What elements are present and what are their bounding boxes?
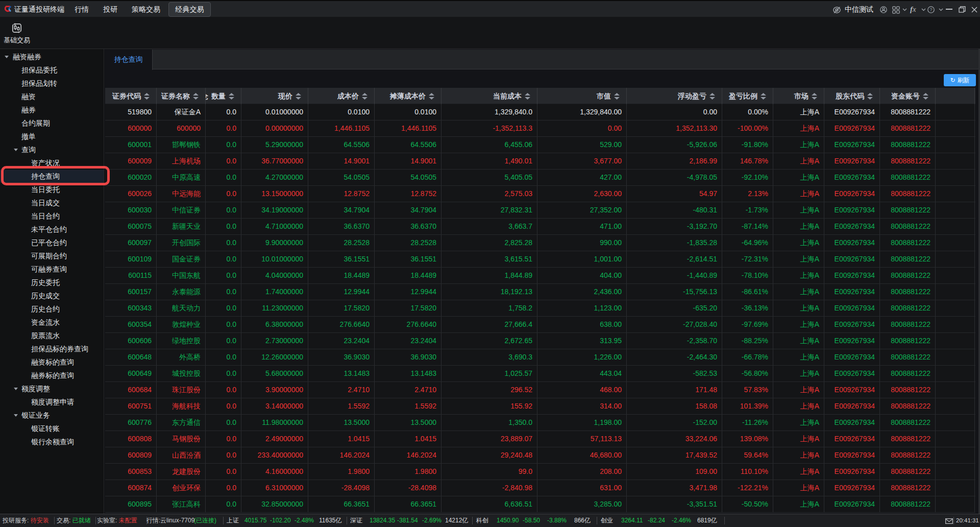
svg-text:?: ? xyxy=(929,7,932,12)
